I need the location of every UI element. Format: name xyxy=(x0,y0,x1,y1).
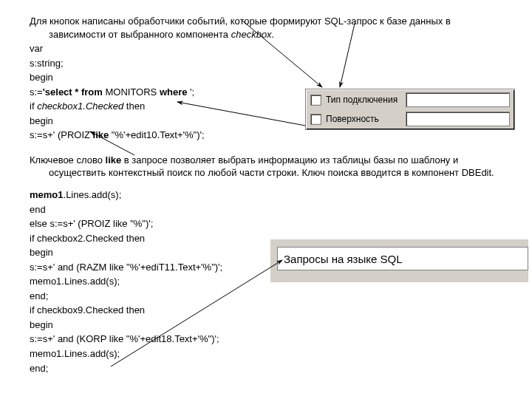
checkbox-label: Тип подключения xyxy=(326,95,406,105)
code-line: end; xyxy=(30,362,502,375)
checkbox-row-surface: Поверхность xyxy=(306,109,514,128)
mid-paragraph: Ключевое слово like в запросе позволяет … xyxy=(30,154,502,180)
code-line: memo1.Lines.add(s); xyxy=(30,347,502,361)
checkbox-surface[interactable] xyxy=(310,114,321,125)
sql-title: Запросы на языке SQL xyxy=(277,247,528,270)
code-line: s:string; xyxy=(30,57,502,70)
sql-title-text: Запросы на языке SQL xyxy=(284,253,403,265)
code-line: begin xyxy=(30,71,502,84)
code-line: end; xyxy=(30,290,502,303)
checkbox-connection-type[interactable] xyxy=(310,95,321,106)
code-line: var xyxy=(30,42,502,55)
code-line: s:=s+' (PROIZ like "%'+edit10.Text+'%")'… xyxy=(30,129,502,142)
code-line: if checkbox9.Checked then xyxy=(30,304,502,317)
intro-tail: . xyxy=(272,29,275,40)
sql-title-panel: Запросы на языке SQL xyxy=(268,238,528,282)
input-connection-type[interactable] xyxy=(406,92,510,107)
checkbox-panel: Тип подключения Поверхность xyxy=(305,89,515,130)
code-line: else s:=s+' (PROIZ like "%")'; xyxy=(30,217,502,231)
code-line: end xyxy=(30,203,502,216)
code-line: s:=s+' and (KORP like "%'+edit18.Text+'%… xyxy=(30,332,502,346)
code-line: memo1.Lines.add(s); xyxy=(30,188,502,202)
checkbox-label: Поверхность xyxy=(326,114,406,124)
input-surface[interactable] xyxy=(406,112,510,126)
code-line: begin xyxy=(30,318,502,332)
checkbox-row-connection-type: Тип подключения xyxy=(306,89,514,109)
intro-paragraph: Для кнопок написаны обработчики событий,… xyxy=(30,15,502,41)
intro-checkbox-word: checkbox xyxy=(231,29,272,40)
